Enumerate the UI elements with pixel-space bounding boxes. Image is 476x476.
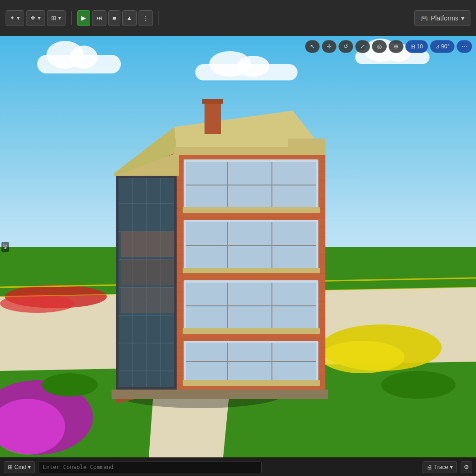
platforms-dropdown-icon: ▾ bbox=[461, 14, 464, 22]
platforms-button[interactable]: 🎮 Platforms ▾ bbox=[414, 10, 470, 26]
layers-button[interactable]: ⊞ ▾ bbox=[47, 10, 66, 26]
building-svg bbox=[84, 92, 344, 408]
toolbar-separator-1 bbox=[71, 11, 72, 25]
cmd-button[interactable]: ⊞ Cmd ▾ bbox=[4, 461, 35, 473]
svg-rect-84 bbox=[202, 99, 223, 104]
bottom-bar: ⊞ Cmd ▾ 🖨 Trace ▾ ⚙ bbox=[0, 457, 476, 476]
more-button[interactable]: ⋮ bbox=[139, 10, 153, 26]
create-icon: ✦ bbox=[10, 14, 15, 21]
global-tool-button[interactable]: ⊕ bbox=[389, 40, 403, 53]
trace-label: Trace bbox=[434, 464, 448, 470]
svg-rect-91 bbox=[183, 207, 320, 213]
hierarchy-icon: ❖ bbox=[30, 14, 36, 21]
play-button[interactable]: ▶ bbox=[77, 10, 90, 26]
viewport-perspective-label: W bbox=[1, 242, 9, 252]
cloud-1 bbox=[37, 55, 121, 73]
angle-icon: ⊿ bbox=[435, 43, 440, 50]
cursor-tool-button[interactable]: ↖ bbox=[305, 40, 320, 53]
trace-dropdown-icon: ▾ bbox=[450, 464, 453, 470]
settings-button[interactable]: ⚙ bbox=[461, 461, 472, 473]
pause-icon: ▲ bbox=[126, 14, 132, 21]
cursor-icon: ↖ bbox=[310, 43, 315, 50]
svg-rect-78 bbox=[121, 259, 174, 285]
move-tool-button[interactable]: ✛ bbox=[322, 40, 337, 53]
create-dropdown-icon: ▾ bbox=[17, 14, 20, 21]
svg-rect-97 bbox=[183, 268, 320, 273]
svg-rect-83 bbox=[205, 101, 221, 134]
angle-value: 90° bbox=[441, 43, 450, 50]
layers-dropdown-icon: ▾ bbox=[58, 14, 61, 21]
grid-button[interactable]: ⊞ 10 bbox=[405, 40, 428, 53]
viewport: W ↖ ✛ ↺ ⤢ ◎ ⊕ ⊞ 10 ⊿ 90° ⋯ bbox=[0, 36, 476, 457]
cloud-2 bbox=[195, 64, 298, 80]
svg-rect-77 bbox=[121, 231, 174, 257]
rotate-icon: ↺ bbox=[344, 43, 348, 50]
trace-button[interactable]: 🖨 Trace ▾ bbox=[423, 461, 457, 473]
more-viewport-button[interactable]: ⋯ bbox=[456, 40, 472, 53]
top-toolbar: ✦ ▾ ❖ ▾ ⊞ ▾ ▶ ⏭ ■ ▲ ⋮ 🎮 Platforms bbox=[0, 0, 476, 36]
svg-rect-109 bbox=[183, 380, 320, 386]
settings-icon: ⚙ bbox=[464, 464, 469, 470]
rotate-tool-button[interactable]: ↺ bbox=[338, 40, 353, 53]
platforms-icon: 🎮 bbox=[420, 14, 428, 22]
move-icon: ✛ bbox=[327, 43, 331, 50]
grid-value: 10 bbox=[416, 43, 423, 50]
global-icon: ⊕ bbox=[394, 43, 398, 50]
console-input[interactable] bbox=[39, 461, 262, 473]
svg-rect-111 bbox=[288, 139, 325, 153]
toolbar-group-create: ✦ ▾ ❖ ▾ ⊞ ▾ bbox=[6, 10, 66, 26]
svg-rect-110 bbox=[112, 390, 328, 399]
cmd-label: Cmd bbox=[14, 464, 26, 470]
svg-rect-79 bbox=[121, 287, 174, 313]
scale-icon: ⤢ bbox=[360, 43, 365, 50]
more-viewport-icon: ⋯ bbox=[462, 43, 467, 50]
more-icon: ⋮ bbox=[143, 14, 149, 21]
toolbar-separator-2 bbox=[159, 11, 159, 25]
viewport-toolbar: ↖ ✛ ↺ ⤢ ◎ ⊕ ⊞ 10 ⊿ 90° ⋯ bbox=[305, 40, 472, 53]
stop-button[interactable]: ■ bbox=[108, 10, 120, 26]
hierarchy-dropdown-icon: ▾ bbox=[38, 14, 41, 21]
grid-icon: ⊞ bbox=[410, 43, 415, 50]
layers-icon: ⊞ bbox=[51, 14, 56, 21]
angle-button[interactable]: ⊿ 90° bbox=[430, 40, 455, 53]
pivot-icon: ◎ bbox=[377, 43, 382, 50]
step-icon: ⏭ bbox=[96, 14, 102, 21]
cmd-icon: ⊞ bbox=[8, 464, 13, 470]
svg-rect-103 bbox=[183, 328, 320, 334]
pivot-tool-button[interactable]: ◎ bbox=[372, 40, 387, 53]
scale-tool-button[interactable]: ⤢ bbox=[355, 40, 370, 53]
toolbar-group-playback: ▶ ⏭ ■ ▲ ⋮ bbox=[77, 10, 153, 26]
platforms-label: Platforms bbox=[431, 14, 458, 22]
trace-icon: 🖨 bbox=[427, 464, 432, 470]
pause-button[interactable]: ▲ bbox=[122, 10, 137, 26]
stop-icon: ■ bbox=[112, 14, 116, 21]
hierarchy-button[interactable]: ❖ ▾ bbox=[26, 10, 45, 26]
play-icon: ▶ bbox=[81, 14, 86, 21]
create-button[interactable]: ✦ ▾ bbox=[6, 10, 24, 26]
cmd-dropdown-icon: ▾ bbox=[28, 464, 31, 470]
step-button[interactable]: ⏭ bbox=[92, 10, 106, 26]
building bbox=[84, 92, 344, 408]
